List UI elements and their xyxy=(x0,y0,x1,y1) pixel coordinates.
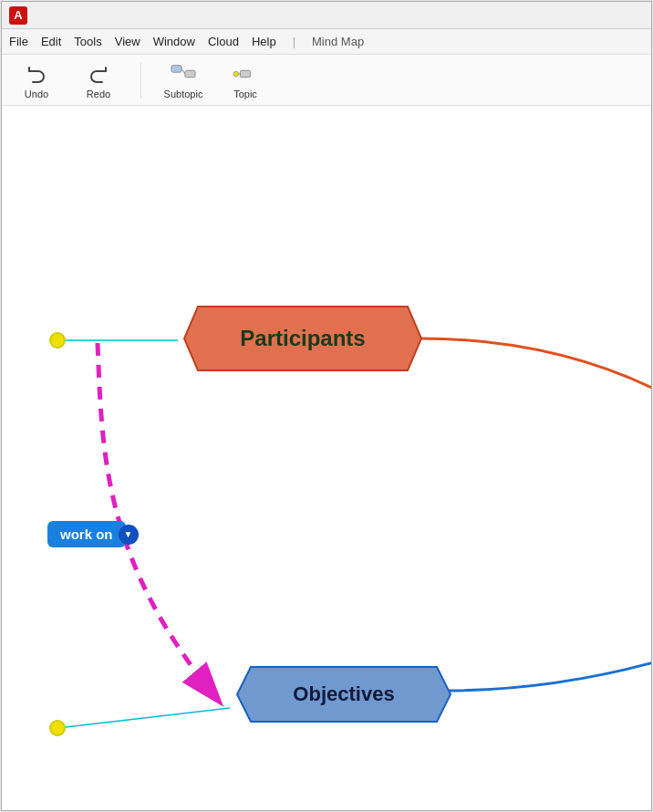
undo-icon xyxy=(24,61,49,87)
topic-label: Topic xyxy=(233,88,257,99)
objectives-node[interactable]: Objectives xyxy=(234,662,453,730)
menu-view[interactable]: View xyxy=(115,35,140,48)
menu-mode-label: Mind Map xyxy=(312,35,364,48)
work-on-label: work on xyxy=(60,526,113,542)
svg-rect-0 xyxy=(171,65,181,71)
subtopic-button[interactable]: Subtopic xyxy=(163,61,203,99)
participants-label: Participants xyxy=(240,326,365,351)
work-on-badge[interactable]: work on ▼ xyxy=(47,521,126,547)
work-on-node[interactable]: work on ▼ xyxy=(47,521,126,547)
svg-rect-1 xyxy=(185,70,195,77)
topic-icon xyxy=(233,61,258,87)
objectives-label: Objectives xyxy=(293,682,394,706)
canvas: Participants Objectives work on ▼ xyxy=(2,106,651,810)
svg-rect-3 xyxy=(240,70,250,77)
title-bar: A xyxy=(2,2,651,29)
menu-file[interactable]: File xyxy=(9,35,28,48)
menu-edit[interactable]: Edit xyxy=(41,35,61,48)
redo-label: Redo xyxy=(87,88,110,99)
toolbar: Undo Redo Subtopic xyxy=(2,55,651,106)
svg-line-2 xyxy=(181,68,185,74)
redo-icon xyxy=(86,61,111,87)
app-icon: A xyxy=(9,6,27,25)
undo-label: Undo xyxy=(25,88,48,99)
work-on-dropdown-icon[interactable]: ▼ xyxy=(119,525,139,545)
toolbar-separator xyxy=(140,62,141,99)
menu-help[interactable]: Help xyxy=(252,35,276,48)
topic-button[interactable]: Topic xyxy=(225,61,265,99)
redo-button[interactable]: Redo xyxy=(78,61,119,99)
menu-window[interactable]: Window xyxy=(153,35,195,48)
app-window: A File Edit Tools View Window Cloud Help… xyxy=(1,1,652,811)
participants-node[interactable]: Participants xyxy=(180,302,426,379)
undo-button[interactable]: Undo xyxy=(16,61,57,99)
subtopic-label: Subtopic xyxy=(164,88,203,99)
menu-divider: | xyxy=(293,35,295,48)
svg-point-4 xyxy=(233,71,239,77)
subtopic-icon xyxy=(171,61,196,87)
svg-line-7 xyxy=(57,708,230,728)
menu-bar: File Edit Tools View Window Cloud Help |… xyxy=(2,29,651,55)
menu-cloud[interactable]: Cloud xyxy=(208,35,239,48)
menu-tools[interactable]: Tools xyxy=(74,35,101,48)
dot-handle-bottom[interactable] xyxy=(49,720,66,736)
dot-handle-top[interactable] xyxy=(49,332,66,349)
